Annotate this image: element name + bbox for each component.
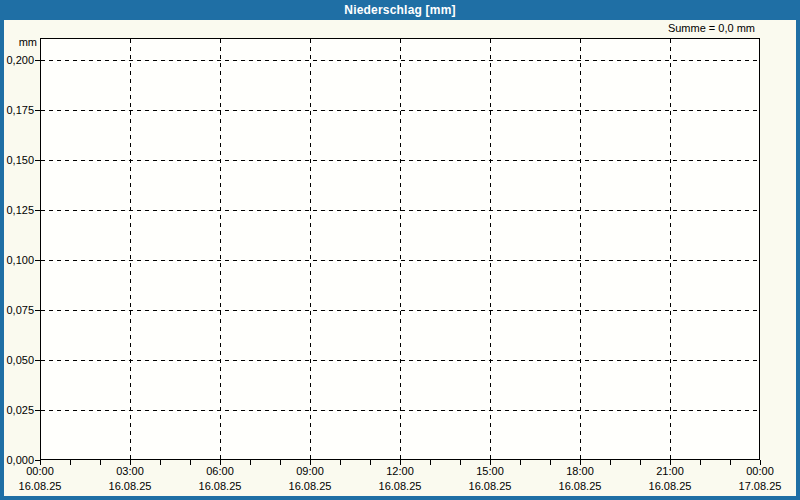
x-axis-date-label: 16.08.25 [635, 480, 705, 492]
x-axis-minor-tick [370, 460, 371, 465]
y-axis-tick-label: 0,125 [2, 204, 34, 216]
x-axis-date-label: 16.08.25 [455, 480, 525, 492]
x-axis-time-label: 09:00 [275, 465, 345, 477]
chart-window: Niederschlag [mm] Summe = 0,0 mm mm 0,20… [0, 0, 800, 500]
x-axis-time-label: 00:00 [725, 465, 795, 477]
y-axis-tick-label: 0,025 [2, 404, 34, 416]
x-axis-minor-tick [550, 460, 551, 465]
y-axis-tick [35, 210, 40, 211]
v-gridline [310, 39, 311, 459]
y-axis-tick-label: 0,075 [2, 304, 34, 316]
x-axis-date-label: 16.08.25 [95, 480, 165, 492]
x-axis-time-label: 03:00 [95, 465, 165, 477]
x-axis-minor-tick [760, 460, 761, 465]
x-axis-minor-tick [730, 460, 731, 465]
x-axis-date-label: 17.08.25 [725, 480, 795, 492]
v-gridline [130, 39, 131, 459]
v-gridline [490, 39, 491, 459]
x-axis-date-label: 16.08.25 [5, 480, 75, 492]
y-axis-tick-label: 0,050 [2, 354, 34, 366]
plot-area [40, 38, 760, 460]
y-axis-tick-label: 0,150 [2, 154, 34, 166]
x-axis-minor-tick [430, 460, 431, 465]
x-axis-minor-tick [70, 460, 71, 465]
v-gridline [400, 39, 401, 459]
x-axis-time-label: 21:00 [635, 465, 705, 477]
x-axis-minor-tick [610, 460, 611, 465]
v-gridline [670, 39, 671, 459]
x-axis-minor-tick [400, 460, 401, 465]
x-axis-minor-tick [460, 460, 461, 465]
y-axis-tick-label: 0,175 [2, 104, 34, 116]
y-axis-tick [35, 110, 40, 111]
x-axis-minor-tick [250, 460, 251, 465]
x-axis-minor-tick [130, 460, 131, 465]
chart-title-bar: Niederschlag [mm] [0, 0, 800, 20]
y-axis-tick [35, 310, 40, 311]
sum-total-label: Summe = 0,0 mm [455, 22, 755, 35]
x-axis-minor-tick [670, 460, 671, 465]
y-axis-tick [35, 60, 40, 61]
x-axis-minor-tick [160, 460, 161, 465]
x-axis-time-label: 06:00 [185, 465, 255, 477]
x-axis-minor-tick [700, 460, 701, 465]
y-axis-unit-label: mm [2, 36, 37, 48]
y-axis-tick [35, 360, 40, 361]
y-axis-tick [35, 260, 40, 261]
x-axis-date-label: 16.08.25 [185, 480, 255, 492]
y-axis-tick [35, 410, 40, 411]
x-axis-time-label: 15:00 [455, 465, 525, 477]
v-gridline [220, 39, 221, 459]
x-axis-date-label: 16.08.25 [365, 480, 435, 492]
x-axis-date-label: 16.08.25 [275, 480, 345, 492]
y-axis-tick-label: 0,200 [2, 54, 34, 66]
x-axis-minor-tick [280, 460, 281, 465]
x-axis-minor-tick [490, 460, 491, 465]
x-axis-date-label: 16.08.25 [545, 480, 615, 492]
x-axis-minor-tick [220, 460, 221, 465]
v-gridline [580, 39, 581, 459]
x-axis-minor-tick [640, 460, 641, 465]
y-axis-tick [35, 160, 40, 161]
x-axis-time-label: 12:00 [365, 465, 435, 477]
chart-title: Niederschlag [mm] [344, 3, 455, 17]
x-axis-minor-tick [340, 460, 341, 465]
x-axis-minor-tick [100, 460, 101, 465]
x-axis-minor-tick [40, 460, 41, 465]
x-axis-minor-tick [310, 460, 311, 465]
x-axis-time-label: 00:00 [5, 465, 75, 477]
x-axis-minor-tick [520, 460, 521, 465]
x-axis-minor-tick [580, 460, 581, 465]
x-axis-minor-tick [190, 460, 191, 465]
x-axis-time-label: 18:00 [545, 465, 615, 477]
y-axis-tick-label: 0,100 [2, 254, 34, 266]
